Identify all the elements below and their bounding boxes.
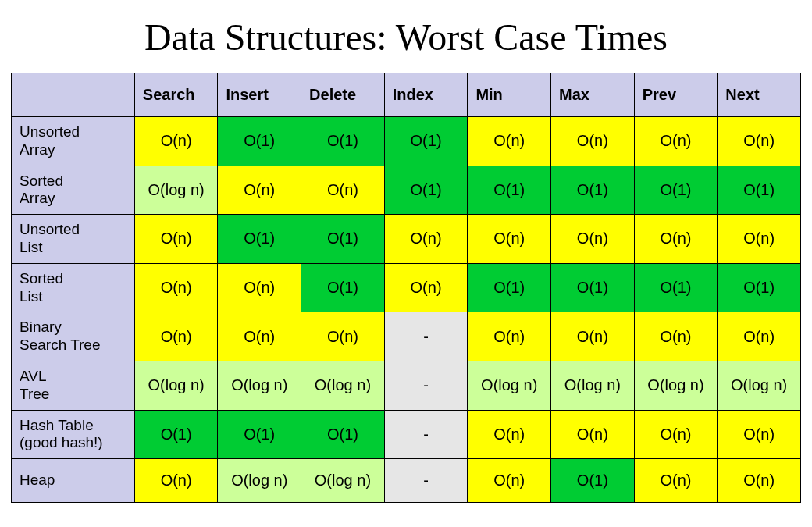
table-row: Sorted ArrayO(log n)O(n)O(n)O(1)O(1)O(1)… — [12, 166, 801, 215]
row-header: Unsorted List — [12, 215, 135, 264]
col-header: Min — [468, 73, 551, 117]
complexity-cell: O(1) — [384, 166, 468, 215]
table-row: Binary Search TreeO(n)O(n)O(n)-O(n)O(n)O… — [12, 312, 801, 361]
complexity-cell: O(n) — [551, 215, 635, 264]
complexity-cell: O(n) — [551, 312, 635, 361]
col-header: Prev — [634, 73, 718, 117]
row-header: AVL Tree — [12, 361, 135, 410]
complexity-cell: O(log n) — [468, 361, 551, 410]
col-header: Index — [384, 73, 468, 117]
row-header: Heap — [12, 459, 135, 503]
complexity-cell: O(n) — [718, 410, 801, 459]
complexity-cell: O(log n) — [134, 361, 218, 410]
complexity-cell: O(log n) — [551, 361, 635, 410]
complexity-cell: O(1) — [134, 410, 218, 459]
complexity-cell: O(n) — [718, 312, 801, 361]
complexity-cell: O(n) — [218, 312, 301, 361]
complexity-cell: O(1) — [634, 263, 718, 312]
complexity-cell: O(n) — [634, 459, 718, 503]
complexity-cell: - — [384, 361, 468, 410]
complexity-cell: - — [384, 312, 468, 361]
complexity-cell: O(1) — [218, 410, 301, 459]
complexity-cell: O(n) — [634, 312, 718, 361]
complexity-cell: O(n) — [134, 312, 218, 361]
complexity-cell: O(n) — [384, 215, 468, 264]
complexity-cell: O(n) — [634, 215, 718, 264]
complexity-cell: O(n) — [301, 166, 385, 215]
complexity-cell: O(1) — [301, 215, 385, 264]
table-row: Hash Table (good hash!)O(1)O(1)O(1)-O(n)… — [12, 410, 801, 459]
complexity-cell: O(1) — [218, 117, 301, 166]
complexity-cell: O(n) — [134, 215, 218, 264]
complexity-cell: O(n) — [551, 410, 635, 459]
table-row: AVL TreeO(log n)O(log n)O(log n)-O(log n… — [12, 361, 801, 410]
complexity-cell: O(n) — [468, 117, 551, 166]
complexity-cell: O(n) — [468, 215, 551, 264]
complexity-cell: O(n) — [634, 410, 718, 459]
complexity-cell: - — [384, 459, 468, 503]
header-corner — [12, 73, 135, 117]
complexity-cell: O(log n) — [218, 459, 301, 503]
complexity-cell: O(n) — [718, 459, 801, 503]
complexity-cell: O(log n) — [301, 361, 385, 410]
complexity-cell: O(1) — [551, 459, 635, 503]
table-row: Unsorted ListO(n)O(1)O(1)O(n)O(n)O(n)O(n… — [12, 215, 801, 264]
complexity-cell: O(log n) — [301, 459, 385, 503]
complexity-cell: O(n) — [634, 117, 718, 166]
row-header: Binary Search Tree — [12, 312, 135, 361]
row-header: Sorted Array — [12, 166, 135, 215]
complexity-cell: O(n) — [218, 166, 301, 215]
complexity-cell: O(n) — [718, 117, 801, 166]
complexity-table-wrap: Search Insert Delete Index Min Max Prev … — [0, 73, 812, 503]
complexity-cell: O(n) — [134, 263, 218, 312]
complexity-cell: O(n) — [468, 459, 551, 503]
complexity-cell: O(n) — [218, 263, 301, 312]
complexity-cell: O(1) — [634, 166, 718, 215]
table-row: Unsorted ArrayO(n)O(1)O(1)O(1)O(n)O(n)O(… — [12, 117, 801, 166]
complexity-cell: O(1) — [468, 263, 551, 312]
complexity-cell: O(log n) — [134, 166, 218, 215]
complexity-cell: O(1) — [551, 263, 635, 312]
complexity-cell: O(log n) — [718, 361, 801, 410]
col-header: Delete — [301, 73, 385, 117]
complexity-cell: O(n) — [134, 459, 218, 503]
complexity-cell: O(log n) — [634, 361, 718, 410]
complexity-cell: O(log n) — [218, 361, 301, 410]
complexity-cell: O(1) — [301, 410, 385, 459]
complexity-table: Search Insert Delete Index Min Max Prev … — [11, 73, 801, 503]
complexity-cell: O(n) — [301, 312, 385, 361]
complexity-cell: O(n) — [468, 410, 551, 459]
complexity-cell: O(n) — [551, 117, 635, 166]
complexity-cell: O(n) — [134, 117, 218, 166]
complexity-cell: O(1) — [301, 263, 385, 312]
col-header: Next — [718, 73, 801, 117]
row-header: Hash Table (good hash!) — [12, 410, 135, 459]
complexity-cell: O(n) — [718, 215, 801, 264]
table-header-row: Search Insert Delete Index Min Max Prev … — [12, 73, 801, 117]
complexity-cell: O(1) — [468, 166, 551, 215]
page-title: Data Structures: Worst Case Times — [0, 16, 812, 59]
col-header: Insert — [218, 73, 301, 117]
complexity-cell: O(1) — [218, 215, 301, 264]
row-header: Sorted List — [12, 263, 135, 312]
complexity-cell: O(n) — [468, 312, 551, 361]
complexity-cell: O(1) — [384, 117, 468, 166]
col-header: Search — [134, 73, 218, 117]
complexity-cell: O(1) — [551, 166, 635, 215]
complexity-cell: O(n) — [384, 263, 468, 312]
table-row: Sorted ListO(n)O(n)O(1)O(n)O(1)O(1)O(1)O… — [12, 263, 801, 312]
table-row: HeapO(n)O(log n)O(log n)-O(n)O(1)O(n)O(n… — [12, 459, 801, 503]
table-body: Unsorted ArrayO(n)O(1)O(1)O(1)O(n)O(n)O(… — [12, 117, 801, 503]
row-header: Unsorted Array — [12, 117, 135, 166]
complexity-cell: O(1) — [718, 166, 801, 215]
complexity-cell: O(1) — [718, 263, 801, 312]
complexity-cell: O(1) — [301, 117, 385, 166]
complexity-cell: - — [384, 410, 468, 459]
col-header: Max — [551, 73, 635, 117]
